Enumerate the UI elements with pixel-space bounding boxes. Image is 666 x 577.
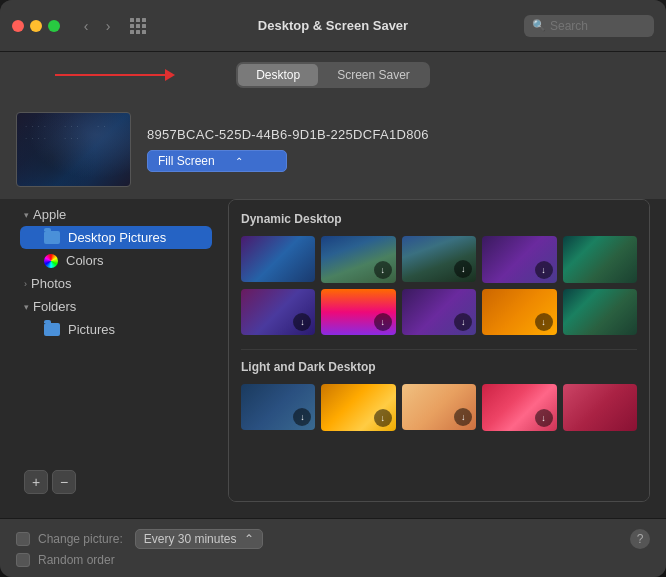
sidebar-group-apple[interactable]: ▾ Apple [16, 203, 216, 226]
cloud-download-icon: ↓ [454, 260, 472, 278]
help-button[interactable]: ? [630, 529, 650, 549]
close-button[interactable] [12, 20, 24, 32]
preview-info: 8957BCAC-525D-44B6-9D1B-225DCFA1D806 Fil… [147, 127, 429, 172]
grid-dot [136, 24, 140, 28]
grid-dot [142, 18, 146, 22]
search-input[interactable] [524, 15, 654, 37]
wallpaper-item-3[interactable]: ↓ [402, 236, 476, 282]
light-dark-label: Light and Dark Desktop [241, 360, 637, 374]
random-order-label: Random order [38, 553, 115, 567]
wallpaper-item-1[interactable] [241, 236, 315, 282]
wallpaper-grid-section: Dynamic Desktop ↓ ↓ ↓ [229, 200, 649, 501]
interval-arrow-icon: ⌃ [244, 532, 254, 546]
sidebar: ▾ Apple Desktop Pictures Colors › Photos [16, 199, 216, 502]
preview-section: 8957BCAC-525D-44B6-9D1B-225DCFA1D806 Fil… [0, 100, 666, 199]
cloud-download-icon: ↓ [535, 409, 553, 427]
grid-dot [142, 24, 146, 28]
sidebar-colors-label: Colors [66, 253, 104, 268]
wallpaper-item-8[interactable]: ↓ [402, 289, 476, 335]
preview-thumbnail [16, 112, 131, 187]
cloud-download-icon: ↓ [535, 313, 553, 331]
tab-screensaver[interactable]: Screen Saver [319, 64, 428, 86]
nav-buttons: ‹ › [76, 16, 118, 36]
chevron-right-icon: › [24, 279, 27, 289]
sidebar-item-pictures[interactable]: Pictures [20, 318, 212, 341]
sidebar-group-folders[interactable]: ▾ Folders [16, 295, 216, 318]
sidebar-desktop-pictures-label: Desktop Pictures [68, 230, 166, 245]
wallpaper-item-10[interactable] [563, 289, 637, 336]
minimize-button[interactable] [30, 20, 42, 32]
tab-group: Desktop Screen Saver [236, 62, 430, 88]
change-picture-row: Change picture: Every 30 minutes ⌃ ? [16, 529, 650, 549]
cloud-download-icon: ↓ [374, 261, 392, 279]
bottom-bar: Change picture: Every 30 minutes ⌃ ? Ran… [0, 518, 666, 577]
wallpaper-ld-item-2[interactable]: ↓ [321, 384, 395, 431]
wallpaper-item-6[interactable]: ↓ [241, 289, 315, 335]
app-grid-icon[interactable] [130, 18, 146, 34]
cloud-download-icon: ↓ [454, 313, 472, 331]
back-button[interactable]: ‹ [76, 16, 96, 36]
grid-dot [136, 18, 140, 22]
sidebar-apple-label: Apple [33, 207, 66, 222]
wallpaper-ld-item-3[interactable]: ↓ [402, 384, 476, 430]
sidebar-folders-section: ▾ Folders Pictures [16, 295, 216, 341]
sidebar-pictures-label: Pictures [68, 322, 115, 337]
random-order-checkbox[interactable] [16, 553, 30, 567]
titlebar: ‹ › Desktop & Screen Saver 🔍 [0, 0, 666, 52]
main-window: ‹ › Desktop & Screen Saver 🔍 Desktop [0, 0, 666, 577]
change-picture-checkbox[interactable] [16, 532, 30, 546]
cloud-download-icon: ↓ [535, 261, 553, 279]
wallpaper-item-7[interactable]: ↓ [321, 289, 395, 336]
sidebar-bottom-buttons: + − [16, 462, 216, 494]
cloud-download-icon: ↓ [293, 408, 311, 426]
cloud-download-icon: ↓ [374, 313, 392, 331]
cloud-download-icon: ↓ [374, 409, 392, 427]
grid-dot [142, 30, 146, 34]
cloud-download-icon: ↓ [454, 408, 472, 426]
grid-dot [130, 30, 134, 34]
cloud-download-icon: ↓ [293, 313, 311, 331]
wallpaper-item-9[interactable]: ↓ [482, 289, 556, 336]
fill-screen-label: Fill Screen [158, 154, 215, 168]
grid-dot [136, 30, 140, 34]
wallpaper-ld-item-5[interactable] [563, 384, 637, 431]
forward-button[interactable]: › [98, 16, 118, 36]
sidebar-item-colors[interactable]: Colors [20, 249, 212, 272]
arrow-head [165, 69, 175, 81]
dynamic-wallpaper-grid: ↓ ↓ ↓ ↓ ↓ [241, 236, 637, 335]
search-wrapper: 🔍 [524, 15, 654, 37]
interval-dropdown[interactable]: Every 30 minutes ⌃ [135, 529, 264, 549]
maximize-button[interactable] [48, 20, 60, 32]
fill-screen-dropdown[interactable]: Fill Screen ⌃ [147, 150, 287, 172]
right-panel-inner: Dynamic Desktop ↓ ↓ ↓ [228, 199, 650, 502]
wallpaper-ld-item-4[interactable]: ↓ [482, 384, 556, 431]
sidebar-item-desktop-pictures[interactable]: Desktop Pictures [20, 226, 212, 249]
sidebar-photos-label: Photos [31, 276, 71, 291]
chevron-down-icon-folders: ▾ [24, 302, 29, 312]
sidebar-apple-section: ▾ Apple Desktop Pictures Colors [16, 203, 216, 272]
random-order-row: Random order [16, 553, 650, 567]
arrow-indicator [55, 69, 175, 81]
remove-source-button[interactable]: − [52, 470, 76, 494]
dynamic-desktop-label: Dynamic Desktop [241, 212, 637, 226]
sidebar-group-photos[interactable]: › Photos [16, 272, 216, 295]
add-source-button[interactable]: + [24, 470, 48, 494]
wallpaper-uuid: 8957BCAC-525D-44B6-9D1B-225DCFA1D806 [147, 127, 429, 142]
wallpaper-ld-item-1[interactable]: ↓ [241, 384, 315, 430]
section-divider [241, 349, 637, 350]
sidebar-photos-section: › Photos [16, 272, 216, 295]
folder-icon [44, 231, 60, 244]
change-picture-label: Change picture: [38, 532, 123, 546]
tab-desktop[interactable]: Desktop [238, 64, 318, 86]
main-content: ▾ Apple Desktop Pictures Colors › Photos [0, 199, 666, 518]
light-dark-wallpaper-grid: ↓ ↓ ↓ ↓ [241, 384, 637, 431]
color-wheel-icon [44, 254, 58, 268]
tabbar: Desktop Screen Saver [0, 52, 666, 100]
wallpaper-item-2[interactable]: ↓ [321, 236, 395, 283]
traffic-lights [12, 20, 60, 32]
chevron-down-icon: ▾ [24, 210, 29, 220]
wallpaper-item-5[interactable] [563, 236, 637, 283]
wallpaper-item-4[interactable]: ↓ [482, 236, 556, 283]
grid-dot [130, 24, 134, 28]
folder-icon-pictures [44, 323, 60, 336]
